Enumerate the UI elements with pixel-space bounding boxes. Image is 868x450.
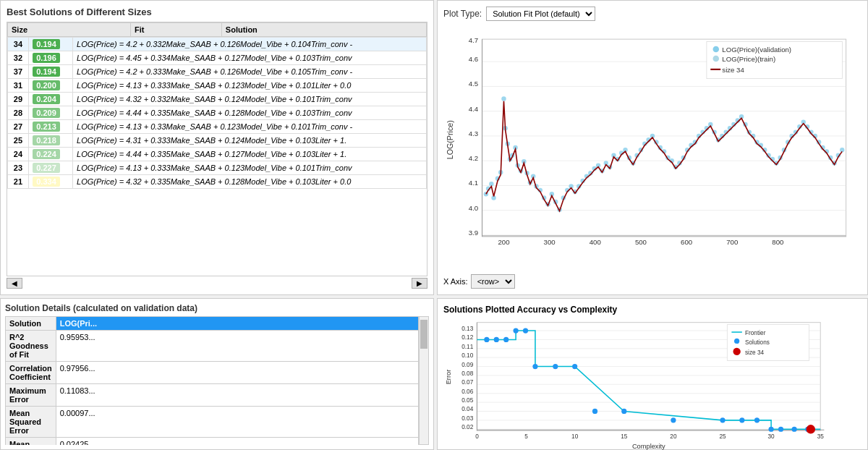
table-row[interactable]: 37 0.194 LOG(Price) = 4.2 + 0.333Make_SA… [8, 65, 427, 79]
table-row[interactable]: 29 0.204 LOG(Price) = 4.32 + 0.332Make_S… [8, 93, 427, 106]
solution-cell: LOG(Price) = 4.44 + 0.335Make_SAAB + 0.1… [73, 148, 427, 161]
right-bottom-panel: Solutions Plotted Accuracy vs Complexity… [437, 298, 868, 450]
detail-label: Correlation Coefficient [6, 362, 56, 384]
svg-text:LOG(Price)(validation): LOG(Price)(validation) [722, 46, 791, 54]
solution-cell: LOG(Price) = 4.44 + 0.335Make_SAAB + 0.1… [73, 106, 427, 120]
svg-point-129 [712, 56, 719, 62]
plot-type-row: Plot Type: Solution Fit Plot (default) R… [443, 7, 861, 21]
details-row: Solution LOG(Pri... [6, 317, 419, 331]
details-scrollbar[interactable] [419, 316, 429, 445]
svg-text:0.12: 0.12 [461, 334, 473, 341]
svg-text:500: 500 [635, 238, 647, 246]
fit-cell: 0.200 [28, 79, 72, 93]
table-bottom-bar: ◀ ▶ [7, 278, 427, 289]
complexity-chart: 0.02 0.03 0.04 0.05 0.06 0.07 0.08 0.09 … [443, 318, 861, 450]
scroll-left-arrow[interactable]: ◀ [7, 278, 22, 289]
svg-text:0.07: 0.07 [461, 379, 473, 386]
svg-text:LOG(Price)(train): LOG(Price)(train) [722, 55, 775, 63]
size-cell: 34 [8, 38, 29, 51]
svg-text:4.5: 4.5 [469, 80, 478, 88]
svg-text:0.02: 0.02 [461, 424, 473, 430]
detail-value: 0.95953... [56, 331, 418, 362]
x-axis-select[interactable]: <row> [471, 274, 515, 289]
svg-text:4.6: 4.6 [469, 55, 478, 63]
svg-text:200: 200 [498, 238, 509, 246]
solution-details-title: Solution Details (calculated on validati… [5, 303, 429, 313]
svg-point-175 [532, 364, 537, 369]
svg-text:0.03: 0.03 [461, 415, 473, 422]
details-row: Correlation Coefficient 0.97956... [6, 362, 419, 384]
svg-text:4.4: 4.4 [469, 105, 479, 113]
bottom-section: Solution Details (calculated on validati… [0, 298, 868, 450]
details-row: Mean Squared Error 0.00097... [6, 407, 419, 438]
solution-cell: LOG(Price) = 4.2 + 0.333Make_SAAB + 0.12… [73, 65, 427, 79]
svg-text:300: 300 [544, 238, 556, 246]
solutions-table-body: 34 0.194 LOG(Price) = 4.2 + 0.332Make_SA… [7, 37, 427, 189]
detail-value: LOG(Pri... [56, 317, 418, 331]
svg-point-182 [739, 417, 744, 423]
table-row[interactable]: 25 0.218 LOG(Price) = 4.31 + 0.333Make_S… [8, 134, 427, 148]
svg-text:35: 35 [817, 433, 825, 440]
svg-text:10: 10 [571, 433, 579, 440]
left-top-title: Best Solutions of Different Sizes [7, 7, 427, 17]
svg-point-171 [494, 337, 499, 342]
svg-text:3.9: 3.9 [469, 229, 478, 237]
size-cell: 32 [8, 51, 29, 65]
size-cell: 21 [8, 175, 29, 189]
svg-text:25: 25 [719, 433, 726, 440]
svg-text:LOG(Price): LOG(Price) [446, 120, 454, 159]
fit-cell: 0.218 [28, 134, 72, 148]
scroll-right-arrow[interactable]: ▶ [412, 278, 427, 289]
table-row[interactable]: 34 0.194 LOG(Price) = 4.2 + 0.332Make_SA… [8, 38, 427, 51]
table-row[interactable]: 23 0.227 LOG(Price) = 4.13 + 0.333Make_S… [8, 161, 427, 175]
svg-text:0.10: 0.10 [461, 352, 473, 359]
scrollbar-thumb[interactable] [420, 320, 427, 349]
table-row[interactable]: 24 0.224 LOG(Price) = 4.44 + 0.335Make_S… [8, 148, 427, 161]
size-cell: 37 [8, 65, 29, 79]
svg-point-176 [553, 364, 558, 369]
size-cell: 23 [8, 161, 29, 175]
details-row: Maximum Error 0.11083... [6, 384, 419, 407]
size-cell: 25 [8, 134, 29, 148]
svg-point-178 [592, 409, 597, 414]
svg-point-170 [484, 337, 489, 342]
table-row[interactable]: 27 0.213 LOG(Price) = 4.13 + 0.33Make_SA… [8, 120, 427, 134]
svg-text:Solutions: Solutions [745, 339, 770, 346]
solutions-table-container: Size Fit Solution 34 0.194 LOG(Price) = … [7, 22, 427, 276]
table-row[interactable]: 21 0.334 LOG(Price) = 4.32 + 0.335Make_S… [8, 175, 427, 189]
svg-text:400: 400 [590, 238, 601, 246]
svg-text:700: 700 [726, 238, 738, 246]
detail-label: Maximum Error [6, 384, 56, 407]
svg-text:0.04: 0.04 [461, 406, 473, 412]
solution-cell: LOG(Price) = 4.32 + 0.332Make_SAAB + 0.1… [73, 93, 427, 106]
svg-point-173 [514, 328, 519, 333]
svg-text:4.3: 4.3 [469, 130, 478, 137]
table-row[interactable]: 31 0.200 LOG(Price) = 4.13 + 0.333Make_S… [8, 79, 427, 93]
svg-text:4.2: 4.2 [469, 154, 478, 162]
plot-type-select[interactable]: Solution Fit Plot (default) Residuals Pl… [486, 7, 595, 21]
svg-text:0: 0 [475, 433, 479, 440]
complexity-title: Solutions Plotted Accuracy vs Complexity [443, 305, 861, 315]
svg-text:4.1: 4.1 [469, 179, 478, 187]
svg-text:0.09: 0.09 [461, 362, 473, 368]
plot-type-label: Plot Type: [443, 9, 482, 19]
svg-point-177 [572, 364, 577, 369]
svg-text:5: 5 [524, 433, 528, 440]
table-row[interactable]: 28 0.209 LOG(Price) = 4.44 + 0.335Make_S… [8, 106, 427, 120]
svg-point-186 [791, 427, 796, 432]
fit-plot-area: 3.9 4.0 4.1 4.2 4.3 4.4 4.5 4.6 4.7 [443, 24, 861, 271]
svg-point-179 [621, 409, 626, 414]
svg-point-188 [807, 425, 815, 433]
table-scroll[interactable]: 34 0.194 LOG(Price) = 4.2 + 0.332Make_SA… [7, 37, 427, 189]
right-top-panel: Plot Type: Solution Fit Plot (default) R… [437, 0, 868, 295]
left-bottom-panel: Solution Details (calculated on validati… [0, 298, 434, 450]
col-size: Size [8, 23, 131, 37]
svg-text:30: 30 [768, 433, 775, 440]
svg-text:Frontier: Frontier [745, 330, 766, 336]
size-cell: 28 [8, 106, 29, 120]
svg-text:0.13: 0.13 [461, 326, 473, 332]
svg-point-180 [671, 417, 676, 423]
details-table-wrapper[interactable]: Solution LOG(Pri... R^2 Goodness of Fit … [5, 316, 419, 445]
table-row[interactable]: 32 0.196 LOG(Price) = 4.45 + 0.334Make_S… [8, 51, 427, 65]
svg-text:20: 20 [670, 433, 677, 440]
